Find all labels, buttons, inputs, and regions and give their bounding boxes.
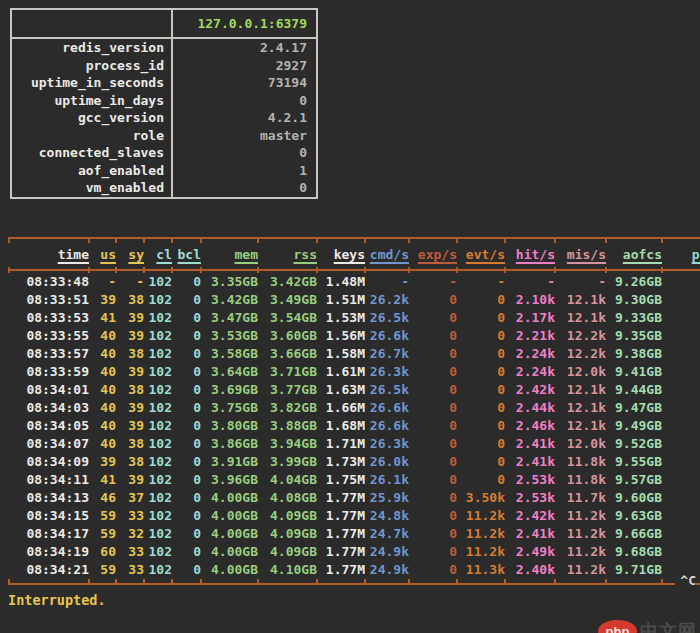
cell-hit_s: 2.41k — [505, 525, 555, 543]
cell-bcl: 0 — [172, 345, 201, 363]
col-header-cmd_s: cmd/s — [365, 243, 409, 267]
cell-hit_s: 2.40k — [505, 561, 555, 579]
cell-hit_s: 2.24k — [505, 363, 555, 381]
cell-cmd_s: 24.8k — [365, 507, 409, 525]
cell-evt_s: 0 — [457, 399, 505, 417]
cell-keys: 1.75M — [317, 471, 365, 489]
cell-cl: 102 — [144, 273, 172, 291]
cell-psch: 0 — [662, 291, 700, 309]
cell-mem: 4.00GB — [201, 561, 258, 579]
cell-aofcs: 9.26GB — [606, 273, 662, 291]
cell-cmd_s: 26.3k — [365, 435, 409, 453]
col-header-psch: psch — [662, 243, 700, 267]
stats-row: 08:33:59403910203.64GB3.71GB1.61M26.3k00… — [9, 363, 700, 381]
cell-aofcs: 9.63GB — [606, 507, 662, 525]
cell-evt_s: - — [457, 273, 505, 291]
cell-bcl: 0 — [172, 561, 201, 579]
cell-cmd_s: 24.9k — [365, 543, 409, 561]
cell-us: 41 — [89, 471, 116, 489]
cell-exp_s: 0 — [409, 489, 457, 507]
cell-rss: 4.09GB — [258, 525, 317, 543]
cell-cl: 102 — [144, 363, 172, 381]
cell-time: 08:34:15 — [9, 507, 89, 525]
cell-exp_s: 0 — [409, 399, 457, 417]
cell-sy: 38 — [116, 345, 144, 363]
cell-keys: 1.77M — [317, 525, 365, 543]
cell-keys: 1.48M — [317, 273, 365, 291]
cell-exp_s: 0 — [409, 453, 457, 471]
cell-bcl: 0 — [172, 543, 201, 561]
cell-mem: 4.00GB — [201, 507, 258, 525]
redis-host: 127.0.0.1:6379 — [172, 9, 317, 38]
cell-mem: 3.35GB — [201, 273, 258, 291]
cell-mem: 4.00GB — [201, 543, 258, 561]
cell-psch: 0 — [662, 435, 700, 453]
cell-hit_s: 2.41k — [505, 453, 555, 471]
info-row: connected_slaves0 — [11, 144, 317, 162]
cell-sy: 37 — [116, 489, 144, 507]
cell-mem: 4.00GB — [201, 525, 258, 543]
cell-us: 41 — [89, 309, 116, 327]
cell-bcl: 0 — [172, 453, 201, 471]
cell-us: 40 — [89, 417, 116, 435]
col-header-keys: keys — [317, 243, 365, 267]
cell-psch: 0 — [662, 399, 700, 417]
col-header-mis_s: mis/s — [555, 243, 606, 267]
cell-keys: 1.61M — [317, 363, 365, 381]
cell-aofcs: 9.35GB — [606, 327, 662, 345]
cell-psch: 0 — [662, 543, 700, 561]
cell-cmd_s: 26.6k — [365, 327, 409, 345]
cell-hit_s: 2.53k — [505, 489, 555, 507]
col-header-mem: mem — [201, 243, 258, 267]
cell-hit_s: 2.41k — [505, 435, 555, 453]
cell-time: 08:33:55 — [9, 327, 89, 345]
cell-us: 46 — [89, 489, 116, 507]
cell-cmd_s: 26.0k — [365, 453, 409, 471]
cell-mis_s: 12.2k — [555, 345, 606, 363]
cell-keys: 1.77M — [317, 543, 365, 561]
cell-keys: 1.51M — [317, 291, 365, 309]
cell-bcl: 0 — [172, 363, 201, 381]
info-label: gcc_version — [11, 109, 172, 127]
info-value: 2.4.17 — [172, 38, 317, 57]
cell-sy: 39 — [116, 399, 144, 417]
cell-cl: 102 — [144, 309, 172, 327]
cell-aofcs: 9.30GB — [606, 291, 662, 309]
info-value: 0 — [172, 92, 317, 110]
cell-rss: 3.54GB — [258, 309, 317, 327]
cell-mem: 3.42GB — [201, 291, 258, 309]
cell-exp_s: - — [409, 273, 457, 291]
cell-evt_s: 0 — [457, 291, 505, 309]
cell-cl: 102 — [144, 435, 172, 453]
cell-us: 39 — [89, 291, 116, 309]
stats-row: 08:34:19603310204.00GB4.09GB1.77M24.9k01… — [9, 543, 700, 561]
stats-row: 08:34:13463710204.00GB4.08GB1.77M25.9k03… — [9, 489, 700, 507]
cell-cmd_s: 25.9k — [365, 489, 409, 507]
cell-evt_s: 0 — [457, 381, 505, 399]
cell-cmd_s: 26.5k — [365, 309, 409, 327]
cell-bcl: 0 — [172, 273, 201, 291]
cell-us: 40 — [89, 399, 116, 417]
cell-cl: 102 — [144, 489, 172, 507]
stats-row: 08:34:21593310204.00GB4.10GB1.77M24.9k01… — [9, 561, 700, 579]
cell-cl: 102 — [144, 291, 172, 309]
info-row: rolemaster — [11, 127, 317, 145]
cell-keys: 1.77M — [317, 561, 365, 579]
cell-aofcs: 9.41GB — [606, 363, 662, 381]
cell-rss: 3.99GB — [258, 453, 317, 471]
cell-psch: 0 — [662, 363, 700, 381]
cell-time: 08:33:57 — [9, 345, 89, 363]
cell-keys: 1.73M — [317, 453, 365, 471]
info-row: uptime_in_days0 — [11, 92, 317, 110]
info-label: uptime_in_days — [11, 92, 172, 110]
cell-mis_s: 11.8k — [555, 471, 606, 489]
cell-hit_s: 2.46k — [505, 417, 555, 435]
cell-cl: 102 — [144, 561, 172, 579]
stats-row: 08:33:48--10203.35GB3.42GB1.48M-----9.26… — [9, 273, 700, 291]
cell-cmd_s: 24.7k — [365, 525, 409, 543]
cell-cmd_s: 24.9k — [365, 561, 409, 579]
cell-mis_s: 12.1k — [555, 291, 606, 309]
cell-exp_s: 0 — [409, 291, 457, 309]
cell-sy: 33 — [116, 561, 144, 579]
cell-hit_s: 2.53k — [505, 471, 555, 489]
